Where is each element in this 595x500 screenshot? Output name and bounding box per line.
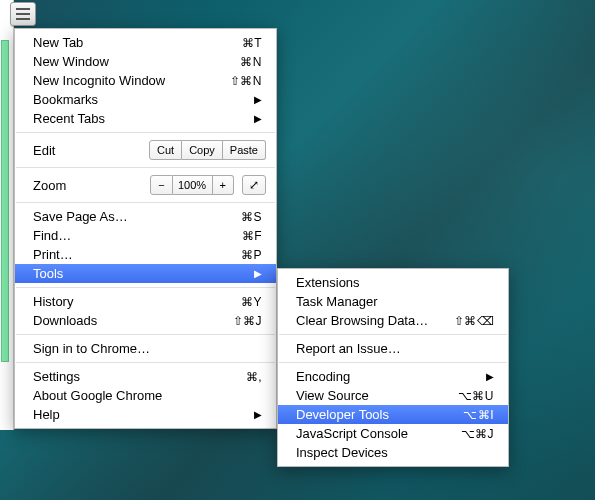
- submenu-view-source[interactable]: View Source ⌥⌘U: [278, 386, 508, 405]
- menu-item-label: Print…: [33, 247, 241, 262]
- zoom-button-group: − 100% +: [150, 175, 234, 195]
- menu-recent-tabs[interactable]: Recent Tabs ▶: [15, 109, 276, 128]
- menu-settings[interactable]: Settings ⌘,: [15, 367, 276, 386]
- menu-item-shortcut: ⌘P: [241, 248, 262, 262]
- chrome-main-menu: New Tab ⌘T New Window ⌘N New Incognito W…: [14, 28, 277, 429]
- fullscreen-button[interactable]: ⤢: [242, 175, 266, 195]
- submenu-arrow-icon: ▶: [254, 113, 262, 124]
- menu-separator: [16, 167, 275, 168]
- menu-new-window[interactable]: New Window ⌘N: [15, 52, 276, 71]
- menu-tools[interactable]: Tools ▶: [15, 264, 276, 283]
- menu-separator: [16, 287, 275, 288]
- edit-button-group: Cut Copy Paste: [149, 140, 266, 160]
- menu-item-shortcut: ⌘Y: [241, 295, 262, 309]
- menu-item-label: Help: [33, 407, 248, 422]
- menu-item-shortcut: ⌘T: [242, 36, 262, 50]
- menu-separator: [16, 132, 275, 133]
- menu-item-label: Bookmarks: [33, 92, 248, 107]
- submenu-clear-browsing[interactable]: Clear Browsing Data… ⇧⌘⌫: [278, 311, 508, 330]
- browser-edge: [0, 0, 14, 430]
- menu-item-label: Zoom: [33, 178, 150, 193]
- copy-button[interactable]: Copy: [182, 140, 223, 160]
- menu-downloads[interactable]: Downloads ⇧⌘J: [15, 311, 276, 330]
- menu-item-label: Settings: [33, 369, 246, 384]
- menu-item-shortcut: ⇧⌘⌫: [454, 314, 495, 328]
- menu-item-shortcut: ⇧⌘N: [230, 74, 262, 88]
- menu-item-shortcut: ⌥⌘J: [461, 427, 495, 441]
- menu-item-label: New Tab: [33, 35, 242, 50]
- submenu-developer-tools[interactable]: Developer Tools ⌥⌘I: [278, 405, 508, 424]
- menu-separator: [16, 202, 275, 203]
- menu-new-tab[interactable]: New Tab ⌘T: [15, 33, 276, 52]
- submenu-encoding[interactable]: Encoding ▶: [278, 367, 508, 386]
- submenu-task-manager[interactable]: Task Manager: [278, 292, 508, 311]
- menu-item-label: Task Manager: [296, 294, 494, 309]
- menu-item-label: JavaScript Console: [296, 426, 461, 441]
- submenu-arrow-icon: ▶: [254, 268, 262, 279]
- menu-item-label: Extensions: [296, 275, 494, 290]
- menu-item-label: Inspect Devices: [296, 445, 494, 460]
- menu-print[interactable]: Print… ⌘P: [15, 245, 276, 264]
- menu-item-shortcut: ⌥⌘U: [458, 389, 494, 403]
- menu-item-shortcut: ⇧⌘J: [233, 314, 263, 328]
- menu-item-shortcut: ⌘N: [240, 55, 262, 69]
- submenu-arrow-icon: ▶: [254, 94, 262, 105]
- menu-separator: [16, 334, 275, 335]
- chrome-menu-button[interactable]: [10, 2, 36, 26]
- menu-item-label: Find…: [33, 228, 242, 243]
- menu-item-label: Report an Issue…: [296, 341, 494, 356]
- menu-item-label: Recent Tabs: [33, 111, 248, 126]
- menu-item-label: Tools: [33, 266, 248, 281]
- tools-submenu: Extensions Task Manager Clear Browsing D…: [277, 268, 509, 467]
- submenu-inspect-devices[interactable]: Inspect Devices: [278, 443, 508, 462]
- menu-separator: [16, 362, 275, 363]
- submenu-arrow-icon: ▶: [254, 409, 262, 420]
- menu-item-label: About Google Chrome: [33, 388, 262, 403]
- menu-item-label: Sign in to Chrome…: [33, 341, 262, 356]
- menu-item-label: Clear Browsing Data…: [296, 313, 454, 328]
- submenu-js-console[interactable]: JavaScript Console ⌥⌘J: [278, 424, 508, 443]
- menu-history[interactable]: History ⌘Y: [15, 292, 276, 311]
- menu-item-label: Edit: [33, 143, 149, 158]
- menu-item-label: New Window: [33, 54, 240, 69]
- menu-save-page[interactable]: Save Page As… ⌘S: [15, 207, 276, 226]
- menu-new-incognito[interactable]: New Incognito Window ⇧⌘N: [15, 71, 276, 90]
- menu-help[interactable]: Help ▶: [15, 405, 276, 424]
- menu-separator: [279, 334, 507, 335]
- menu-about[interactable]: About Google Chrome: [15, 386, 276, 405]
- submenu-arrow-icon: ▶: [486, 371, 494, 382]
- menu-item-shortcut: ⌘S: [241, 210, 262, 224]
- menu-item-label: Save Page As…: [33, 209, 241, 224]
- zoom-value: 100%: [173, 175, 213, 195]
- menu-zoom-row: Zoom − 100% + ⤢: [15, 172, 276, 198]
- menu-separator: [279, 362, 507, 363]
- zoom-in-button[interactable]: +: [213, 175, 234, 195]
- submenu-extensions[interactable]: Extensions: [278, 273, 508, 292]
- menu-item-shortcut: ⌥⌘I: [463, 408, 494, 422]
- menu-item-shortcut: ⌘,: [246, 370, 262, 384]
- submenu-report-issue[interactable]: Report an Issue…: [278, 339, 508, 358]
- menu-edit-row: Edit Cut Copy Paste: [15, 137, 276, 163]
- menu-find[interactable]: Find… ⌘F: [15, 226, 276, 245]
- cut-button[interactable]: Cut: [149, 140, 182, 160]
- menu-bookmarks[interactable]: Bookmarks ▶: [15, 90, 276, 109]
- menu-item-label: Encoding: [296, 369, 480, 384]
- menu-signin[interactable]: Sign in to Chrome…: [15, 339, 276, 358]
- menu-item-label: Developer Tools: [296, 407, 463, 422]
- paste-button[interactable]: Paste: [223, 140, 266, 160]
- zoom-out-button[interactable]: −: [150, 175, 172, 195]
- menu-item-label: Downloads: [33, 313, 233, 328]
- menu-item-label: View Source: [296, 388, 458, 403]
- fullscreen-icon: ⤢: [249, 178, 259, 192]
- menu-item-label: History: [33, 294, 241, 309]
- menu-item-label: New Incognito Window: [33, 73, 230, 88]
- menu-item-shortcut: ⌘F: [242, 229, 262, 243]
